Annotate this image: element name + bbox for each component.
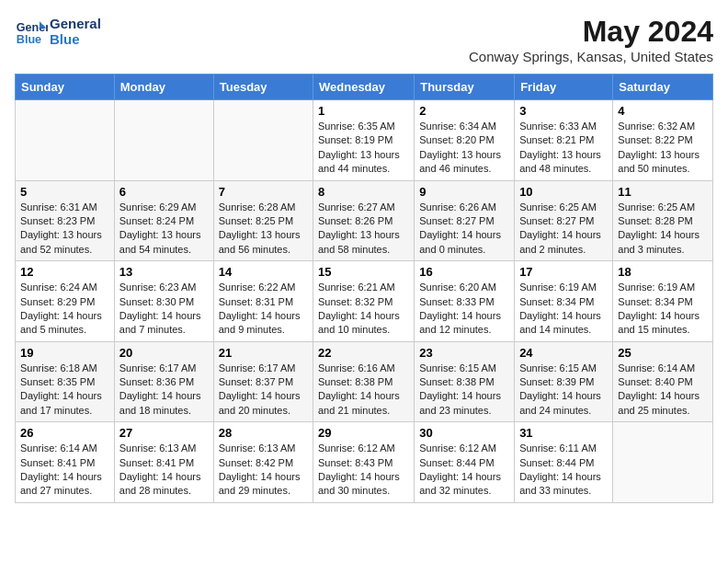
day-info: Sunrise: 6:14 AM Sunset: 8:41 PM Dayligh… bbox=[20, 442, 109, 499]
column-header-tuesday: Tuesday bbox=[213, 75, 313, 100]
day-info: Sunrise: 6:25 AM Sunset: 8:27 PM Dayligh… bbox=[519, 201, 608, 258]
calendar-cell bbox=[613, 422, 713, 503]
day-info: Sunrise: 6:12 AM Sunset: 8:43 PM Dayligh… bbox=[318, 442, 409, 499]
day-info: Sunrise: 6:29 AM Sunset: 8:24 PM Dayligh… bbox=[119, 201, 209, 258]
day-info: Sunrise: 6:19 AM Sunset: 8:34 PM Dayligh… bbox=[519, 281, 608, 338]
calendar-cell: 13Sunrise: 6:23 AM Sunset: 8:30 PM Dayli… bbox=[114, 261, 213, 342]
calendar-cell: 24Sunrise: 6:15 AM Sunset: 8:39 PM Dayli… bbox=[515, 341, 613, 422]
day-info: Sunrise: 6:17 AM Sunset: 8:36 PM Dayligh… bbox=[119, 362, 209, 419]
day-number: 24 bbox=[519, 346, 608, 360]
day-number: 21 bbox=[219, 346, 308, 360]
day-number: 2 bbox=[419, 104, 509, 118]
day-info: Sunrise: 6:17 AM Sunset: 8:37 PM Dayligh… bbox=[219, 362, 308, 419]
calendar-cell: 31Sunrise: 6:11 AM Sunset: 8:44 PM Dayli… bbox=[515, 422, 613, 503]
calendar-cell: 29Sunrise: 6:12 AM Sunset: 8:43 PM Dayli… bbox=[313, 422, 415, 503]
day-number: 5 bbox=[20, 185, 109, 199]
day-number: 29 bbox=[318, 426, 409, 440]
calendar-cell: 1Sunrise: 6:35 AM Sunset: 8:19 PM Daylig… bbox=[313, 100, 415, 181]
calendar-cell: 16Sunrise: 6:20 AM Sunset: 8:33 PM Dayli… bbox=[415, 261, 515, 342]
calendar-cell: 19Sunrise: 6:18 AM Sunset: 8:35 PM Dayli… bbox=[16, 341, 115, 422]
column-header-wednesday: Wednesday bbox=[313, 75, 415, 100]
calendar-cell: 15Sunrise: 6:21 AM Sunset: 8:32 PM Dayli… bbox=[313, 261, 415, 342]
day-number: 11 bbox=[618, 185, 708, 199]
day-number: 19 bbox=[20, 346, 109, 360]
day-info: Sunrise: 6:21 AM Sunset: 8:32 PM Dayligh… bbox=[318, 281, 409, 338]
header: General Blue General Blue May 2024 Conwa… bbox=[15, 15, 713, 64]
day-info: Sunrise: 6:15 AM Sunset: 8:39 PM Dayligh… bbox=[519, 362, 608, 419]
week-row-3: 12Sunrise: 6:24 AM Sunset: 8:29 PM Dayli… bbox=[16, 261, 713, 342]
calendar-cell bbox=[213, 100, 313, 181]
calendar-cell: 22Sunrise: 6:16 AM Sunset: 8:38 PM Dayli… bbox=[313, 341, 415, 422]
calendar-cell: 23Sunrise: 6:15 AM Sunset: 8:38 PM Dayli… bbox=[415, 341, 515, 422]
calendar-cell bbox=[16, 100, 115, 181]
day-number: 3 bbox=[519, 104, 608, 118]
day-number: 31 bbox=[519, 426, 608, 440]
column-header-sunday: Sunday bbox=[16, 75, 115, 100]
calendar-cell: 17Sunrise: 6:19 AM Sunset: 8:34 PM Dayli… bbox=[515, 261, 613, 342]
day-info: Sunrise: 6:14 AM Sunset: 8:40 PM Dayligh… bbox=[618, 362, 708, 419]
column-header-monday: Monday bbox=[114, 75, 213, 100]
day-info: Sunrise: 6:15 AM Sunset: 8:38 PM Dayligh… bbox=[419, 362, 509, 419]
logo-line2: Blue bbox=[50, 31, 101, 47]
day-number: 25 bbox=[618, 346, 708, 360]
logo-line1: General bbox=[50, 16, 101, 31]
main-title: May 2024 bbox=[469, 15, 713, 49]
calendar-table: SundayMondayTuesdayWednesdayThursdayFrid… bbox=[15, 74, 713, 503]
calendar-cell: 2Sunrise: 6:34 AM Sunset: 8:20 PM Daylig… bbox=[415, 100, 515, 181]
day-info: Sunrise: 6:13 AM Sunset: 8:42 PM Dayligh… bbox=[219, 442, 308, 499]
day-number: 15 bbox=[318, 265, 409, 279]
calendar-cell: 26Sunrise: 6:14 AM Sunset: 8:41 PM Dayli… bbox=[16, 422, 115, 503]
calendar-cell: 10Sunrise: 6:25 AM Sunset: 8:27 PM Dayli… bbox=[515, 180, 613, 261]
subtitle: Conway Springs, Kansas, United States bbox=[469, 49, 713, 64]
day-number: 27 bbox=[119, 426, 209, 440]
calendar-cell: 6Sunrise: 6:29 AM Sunset: 8:24 PM Daylig… bbox=[114, 180, 213, 261]
day-info: Sunrise: 6:11 AM Sunset: 8:44 PM Dayligh… bbox=[519, 442, 608, 499]
calendar-cell bbox=[114, 100, 213, 181]
day-number: 20 bbox=[119, 346, 209, 360]
day-info: Sunrise: 6:31 AM Sunset: 8:23 PM Dayligh… bbox=[20, 201, 109, 258]
calendar-cell: 12Sunrise: 6:24 AM Sunset: 8:29 PM Dayli… bbox=[16, 261, 115, 342]
day-info: Sunrise: 6:19 AM Sunset: 8:34 PM Dayligh… bbox=[618, 281, 708, 338]
day-info: Sunrise: 6:18 AM Sunset: 8:35 PM Dayligh… bbox=[20, 362, 109, 419]
day-info: Sunrise: 6:32 AM Sunset: 8:22 PM Dayligh… bbox=[618, 120, 708, 177]
day-number: 26 bbox=[20, 426, 109, 440]
day-number: 12 bbox=[20, 265, 109, 279]
calendar-cell: 8Sunrise: 6:27 AM Sunset: 8:26 PM Daylig… bbox=[313, 180, 415, 261]
day-info: Sunrise: 6:34 AM Sunset: 8:20 PM Dayligh… bbox=[419, 120, 509, 177]
column-header-saturday: Saturday bbox=[613, 75, 713, 100]
calendar-cell: 5Sunrise: 6:31 AM Sunset: 8:23 PM Daylig… bbox=[16, 180, 115, 261]
day-info: Sunrise: 6:26 AM Sunset: 8:27 PM Dayligh… bbox=[419, 201, 509, 258]
calendar-cell: 3Sunrise: 6:33 AM Sunset: 8:21 PM Daylig… bbox=[515, 100, 613, 181]
calendar-cell: 18Sunrise: 6:19 AM Sunset: 8:34 PM Dayli… bbox=[613, 261, 713, 342]
week-row-4: 19Sunrise: 6:18 AM Sunset: 8:35 PM Dayli… bbox=[16, 341, 713, 422]
day-number: 9 bbox=[419, 185, 509, 199]
column-header-friday: Friday bbox=[515, 75, 613, 100]
day-number: 6 bbox=[119, 185, 209, 199]
calendar-cell: 28Sunrise: 6:13 AM Sunset: 8:42 PM Dayli… bbox=[213, 422, 313, 503]
calendar-cell: 7Sunrise: 6:28 AM Sunset: 8:25 PM Daylig… bbox=[213, 180, 313, 261]
day-info: Sunrise: 6:13 AM Sunset: 8:41 PM Dayligh… bbox=[119, 442, 209, 499]
day-number: 13 bbox=[119, 265, 209, 279]
day-number: 16 bbox=[419, 265, 509, 279]
day-info: Sunrise: 6:35 AM Sunset: 8:19 PM Dayligh… bbox=[318, 120, 409, 177]
day-number: 17 bbox=[519, 265, 608, 279]
svg-text:Blue: Blue bbox=[17, 33, 41, 46]
calendar-cell: 4Sunrise: 6:32 AM Sunset: 8:22 PM Daylig… bbox=[613, 100, 713, 181]
week-row-1: 1Sunrise: 6:35 AM Sunset: 8:19 PM Daylig… bbox=[16, 100, 713, 181]
day-number: 23 bbox=[419, 346, 509, 360]
week-row-2: 5Sunrise: 6:31 AM Sunset: 8:23 PM Daylig… bbox=[16, 180, 713, 261]
day-info: Sunrise: 6:20 AM Sunset: 8:33 PM Dayligh… bbox=[419, 281, 509, 338]
title-area: May 2024 Conway Springs, Kansas, United … bbox=[469, 15, 713, 64]
logo: General Blue General Blue bbox=[15, 15, 101, 48]
week-row-5: 26Sunrise: 6:14 AM Sunset: 8:41 PM Dayli… bbox=[16, 422, 713, 503]
day-number: 8 bbox=[318, 185, 409, 199]
calendar-cell: 11Sunrise: 6:25 AM Sunset: 8:28 PM Dayli… bbox=[613, 180, 713, 261]
logo-icon: General Blue bbox=[15, 15, 48, 48]
calendar-cell: 27Sunrise: 6:13 AM Sunset: 8:41 PM Dayli… bbox=[114, 422, 213, 503]
column-header-thursday: Thursday bbox=[415, 75, 515, 100]
day-number: 10 bbox=[519, 185, 608, 199]
day-number: 22 bbox=[318, 346, 409, 360]
day-info: Sunrise: 6:16 AM Sunset: 8:38 PM Dayligh… bbox=[318, 362, 409, 419]
calendar-cell: 20Sunrise: 6:17 AM Sunset: 8:36 PM Dayli… bbox=[114, 341, 213, 422]
day-number: 4 bbox=[618, 104, 708, 118]
